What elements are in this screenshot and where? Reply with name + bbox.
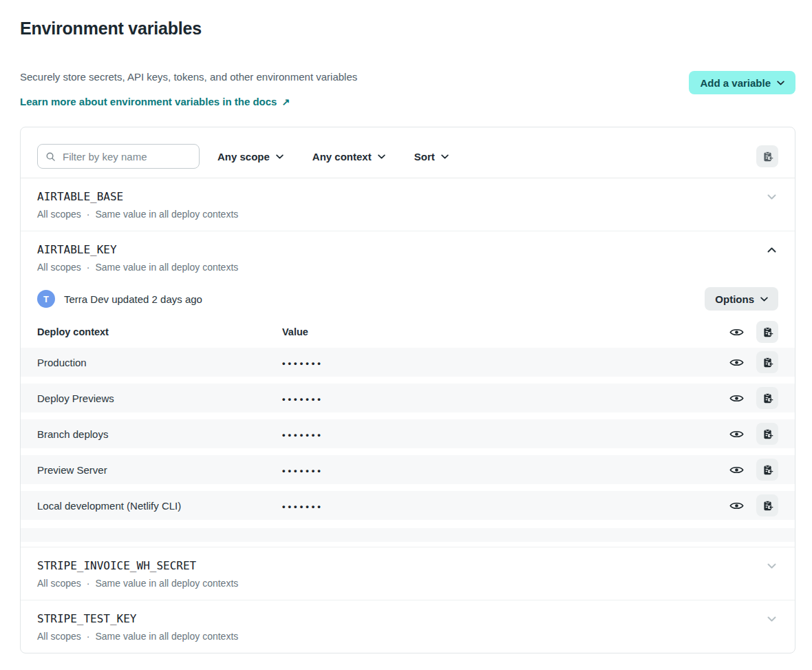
reveal-value-button[interactable] bbox=[728, 426, 745, 442]
env-var-key: STRIPE_INVOICE_WH_SECRET bbox=[37, 559, 778, 572]
meta-separator: · bbox=[87, 262, 90, 273]
reveal-all-values-button[interactable] bbox=[728, 324, 745, 340]
filter-input[interactable] bbox=[61, 150, 191, 163]
env-var-meta: All scopes · Same value in all deploy co… bbox=[37, 578, 778, 589]
chevron-down-icon bbox=[760, 297, 768, 302]
env-var-context-info: Same value in all deploy contexts bbox=[95, 631, 238, 642]
env-var-key: AIRTABLE_BASE bbox=[37, 190, 778, 203]
eye-icon bbox=[729, 465, 744, 475]
masked-value: ••••••• bbox=[282, 428, 728, 440]
env-var-scopes: All scopes bbox=[37, 631, 81, 642]
external-link-icon: ↗ bbox=[281, 96, 290, 107]
clipboard-import-icon bbox=[762, 357, 773, 368]
chevron-down-icon bbox=[441, 154, 449, 159]
masked-value: ••••••• bbox=[282, 464, 728, 476]
chevron-up-icon bbox=[767, 247, 776, 253]
docs-link-label: Learn more about environment variables i… bbox=[20, 96, 277, 107]
sort-dropdown[interactable]: Sort bbox=[414, 151, 449, 163]
masked-value: ••••••• bbox=[282, 357, 728, 368]
page-title: Environment variables bbox=[20, 19, 795, 39]
eye-icon bbox=[729, 429, 744, 439]
context-filter-dropdown[interactable]: Any context bbox=[312, 151, 385, 163]
copy-value-button[interactable] bbox=[756, 459, 778, 481]
row-actions bbox=[728, 387, 778, 409]
env-var-scopes: All scopes bbox=[37, 209, 81, 220]
scope-filter-dropdown[interactable]: Any scope bbox=[217, 151, 284, 163]
deploy-context-name: Deploy Previews bbox=[37, 392, 282, 404]
copy-value-button[interactable] bbox=[756, 423, 778, 445]
filter-toolbar: Any scope Any context Sort bbox=[21, 127, 795, 178]
table-footer-band bbox=[21, 528, 795, 542]
env-var-context-info: Same value in all deploy contexts bbox=[95, 209, 238, 220]
options-button[interactable]: Options bbox=[705, 287, 778, 311]
chevron-down-icon bbox=[777, 81, 784, 85]
page-description: Securely store secrets, API keys, tokens… bbox=[20, 70, 357, 84]
deploy-context-name: Production bbox=[37, 357, 282, 368]
chevron-down-icon bbox=[378, 154, 385, 159]
copy-value-button[interactable] bbox=[756, 387, 778, 409]
context-filter-label: Any context bbox=[312, 151, 372, 163]
reveal-value-button[interactable] bbox=[728, 497, 745, 514]
add-variable-label: Add a variable bbox=[700, 77, 771, 89]
chevron-down-icon bbox=[767, 616, 776, 622]
copy-value-button[interactable] bbox=[756, 494, 778, 516]
reveal-value-button[interactable] bbox=[728, 461, 745, 478]
clipboard-import-icon bbox=[762, 464, 773, 476]
clipboard-import-icon bbox=[762, 326, 773, 338]
row-actions bbox=[728, 423, 778, 445]
deploy-context-name: Preview Server bbox=[37, 464, 282, 476]
table-row: Production ••••••• bbox=[21, 348, 795, 377]
masked-value: ••••••• bbox=[282, 392, 728, 404]
env-var-row-airtable-base[interactable]: AIRTABLE_BASE All scopes · Same value in… bbox=[21, 178, 795, 231]
env-var-meta: All scopes · Same value in all deploy co… bbox=[37, 631, 778, 642]
masked-value: ••••••• bbox=[282, 500, 728, 512]
options-label: Options bbox=[715, 293, 754, 305]
last-updated-row: T Terra Dev updated 2 days ago Options bbox=[21, 287, 795, 311]
filter-search-box[interactable] bbox=[37, 144, 200, 169]
meta-separator: · bbox=[87, 631, 90, 642]
page-header-text: Securely store secrets, API keys, tokens… bbox=[20, 70, 357, 108]
sort-label: Sort bbox=[414, 151, 435, 163]
env-var-row-stripe-test-key[interactable]: STRIPE_TEST_KEY All scopes · Same value … bbox=[21, 600, 795, 653]
deploy-context-table: Deploy context Value bbox=[21, 316, 795, 542]
chevron-down-icon bbox=[276, 154, 284, 159]
chevron-down-icon bbox=[767, 194, 776, 200]
import-variables-button[interactable] bbox=[756, 145, 778, 167]
env-var-context-info: Same value in all deploy contexts bbox=[95, 578, 238, 589]
clipboard-import-icon bbox=[762, 428, 773, 440]
deploy-context-name: Branch deploys bbox=[37, 428, 282, 440]
table-row: Deploy Previews ••••••• bbox=[21, 384, 795, 412]
env-var-meta: All scopes · Same value in all deploy co… bbox=[37, 209, 778, 220]
row-actions bbox=[728, 459, 778, 481]
scope-filter-label: Any scope bbox=[217, 151, 270, 163]
env-var-key: AIRTABLE_KEY bbox=[37, 243, 778, 256]
env-var-scopes: All scopes bbox=[37, 578, 81, 589]
clipboard-import-icon bbox=[762, 151, 773, 163]
search-icon bbox=[45, 151, 56, 162]
reveal-value-button[interactable] bbox=[728, 354, 745, 370]
eye-icon bbox=[729, 501, 744, 511]
copy-value-button[interactable] bbox=[756, 351, 778, 373]
env-variables-card: Any scope Any context Sort bbox=[20, 127, 795, 653]
meta-separator: · bbox=[87, 209, 90, 220]
column-header-deploy-context: Deploy context bbox=[37, 326, 282, 337]
reveal-value-button[interactable] bbox=[728, 390, 745, 406]
table-row: Preview Server ••••••• bbox=[21, 455, 795, 484]
eye-icon bbox=[729, 393, 744, 404]
env-var-scopes: All scopes bbox=[37, 262, 81, 273]
chevron-down-icon bbox=[767, 563, 776, 569]
add-variable-button[interactable]: Add a variable bbox=[689, 71, 795, 94]
table-row: Branch deploys ••••••• bbox=[21, 419, 795, 448]
deploy-context-name: Local development (Netlify CLI) bbox=[37, 500, 282, 512]
copy-all-values-button[interactable] bbox=[756, 321, 778, 343]
row-actions bbox=[728, 494, 778, 516]
eye-icon bbox=[729, 357, 744, 368]
column-header-value: Value bbox=[282, 326, 728, 337]
docs-link[interactable]: Learn more about environment variables i… bbox=[20, 96, 290, 107]
row-actions bbox=[728, 351, 778, 373]
env-var-row-stripe-invoice-wh-secret[interactable]: STRIPE_INVOICE_WH_SECRET All scopes · Sa… bbox=[21, 547, 795, 600]
table-header-row: Deploy context Value bbox=[21, 316, 795, 348]
env-var-header-airtable-key[interactable]: AIRTABLE_KEY All scopes · Same value in … bbox=[21, 231, 795, 273]
eye-icon bbox=[729, 327, 744, 337]
header-actions bbox=[728, 321, 778, 343]
